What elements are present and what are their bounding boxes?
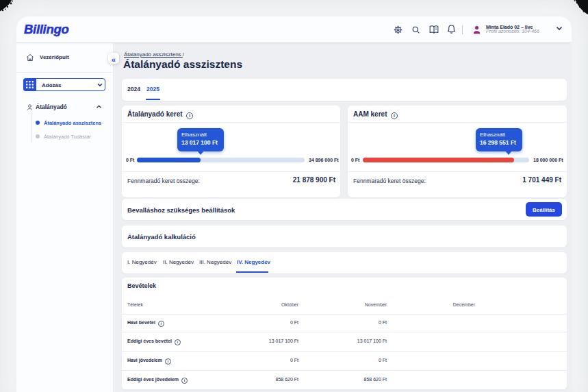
svg-text:Billingo: Billingo [24, 22, 68, 36]
